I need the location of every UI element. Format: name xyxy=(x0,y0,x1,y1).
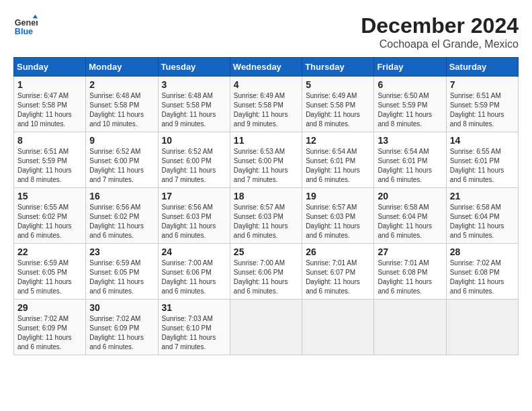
day-info: Sunrise: 7:02 AM Sunset: 6:08 PM Dayligh… xyxy=(450,259,515,296)
calendar-cell: 30Sunrise: 7:02 AM Sunset: 6:09 PM Dayli… xyxy=(86,300,158,355)
day-info: Sunrise: 6:52 AM Sunset: 6:00 PM Dayligh… xyxy=(162,147,226,185)
day-info: Sunrise: 6:53 AM Sunset: 6:00 PM Dayligh… xyxy=(234,147,298,185)
day-info: Sunrise: 6:54 AM Sunset: 6:01 PM Dayligh… xyxy=(306,147,370,185)
weekday-header-saturday: Saturday xyxy=(446,58,518,77)
calendar-cell: 2Sunrise: 6:48 AM Sunset: 5:58 PM Daylig… xyxy=(86,77,158,132)
logo-icon: General Blue xyxy=(13,13,38,38)
calendar-cell: 28Sunrise: 7:02 AM Sunset: 6:08 PM Dayli… xyxy=(446,244,518,300)
day-number: 22 xyxy=(17,246,82,257)
calendar-cell xyxy=(302,300,374,355)
day-number: 19 xyxy=(306,191,370,201)
calendar-cell: 10Sunrise: 6:52 AM Sunset: 6:00 PM Dayli… xyxy=(158,132,230,188)
day-number: 25 xyxy=(234,246,298,257)
day-number: 18 xyxy=(234,191,298,201)
calendar-cell: 25Sunrise: 7:00 AM Sunset: 6:06 PM Dayli… xyxy=(230,244,302,300)
calendar-week-2: 8Sunrise: 6:51 AM Sunset: 5:59 PM Daylig… xyxy=(14,132,519,188)
day-number: 13 xyxy=(378,135,442,146)
calendar-cell: 20Sunrise: 6:58 AM Sunset: 6:04 PM Dayli… xyxy=(374,188,446,244)
day-info: Sunrise: 7:00 AM Sunset: 6:06 PM Dayligh… xyxy=(234,259,298,296)
day-info: Sunrise: 7:02 AM Sunset: 6:09 PM Dayligh… xyxy=(17,314,82,352)
day-info: Sunrise: 6:48 AM Sunset: 5:58 PM Dayligh… xyxy=(89,91,154,129)
day-info: Sunrise: 6:51 AM Sunset: 5:59 PM Dayligh… xyxy=(17,147,82,185)
day-info: Sunrise: 6:49 AM Sunset: 5:58 PM Dayligh… xyxy=(234,91,298,129)
calendar-cell: 31Sunrise: 7:03 AM Sunset: 6:10 PM Dayli… xyxy=(158,300,230,355)
day-info: Sunrise: 6:50 AM Sunset: 5:59 PM Dayligh… xyxy=(378,91,442,129)
calendar-cell: 11Sunrise: 6:53 AM Sunset: 6:00 PM Dayli… xyxy=(230,132,302,188)
day-number: 31 xyxy=(162,302,226,313)
calendar-cell xyxy=(446,300,518,355)
day-info: Sunrise: 6:55 AM Sunset: 6:01 PM Dayligh… xyxy=(450,147,515,185)
day-number: 9 xyxy=(89,135,154,146)
calendar-cell: 27Sunrise: 7:01 AM Sunset: 6:08 PM Dayli… xyxy=(374,244,446,300)
day-info: Sunrise: 7:01 AM Sunset: 6:07 PM Dayligh… xyxy=(306,259,370,296)
calendar-cell: 22Sunrise: 6:59 AM Sunset: 6:05 PM Dayli… xyxy=(14,244,86,300)
day-info: Sunrise: 6:52 AM Sunset: 6:00 PM Dayligh… xyxy=(89,147,154,185)
calendar-cell: 29Sunrise: 7:02 AM Sunset: 6:09 PM Dayli… xyxy=(14,300,86,355)
calendar-cell: 13Sunrise: 6:54 AM Sunset: 6:01 PM Dayli… xyxy=(374,132,446,188)
calendar-cell: 1Sunrise: 6:47 AM Sunset: 5:58 PM Daylig… xyxy=(14,77,86,132)
weekday-header-wednesday: Wednesday xyxy=(230,58,302,77)
day-number: 21 xyxy=(450,191,515,201)
day-info: Sunrise: 6:56 AM Sunset: 6:03 PM Dayligh… xyxy=(162,203,226,240)
calendar-cell: 19Sunrise: 6:57 AM Sunset: 6:03 PM Dayli… xyxy=(302,188,374,244)
calendar-cell: 8Sunrise: 6:51 AM Sunset: 5:59 PM Daylig… xyxy=(14,132,86,188)
logo: General Blue xyxy=(13,13,38,38)
day-number: 20 xyxy=(378,191,442,201)
calendar-cell: 6Sunrise: 6:50 AM Sunset: 5:59 PM Daylig… xyxy=(374,77,446,132)
location-subtitle: Cochoapa el Grande, Mexico xyxy=(361,38,519,50)
day-info: Sunrise: 6:55 AM Sunset: 6:02 PM Dayligh… xyxy=(17,203,82,240)
calendar-table: SundayMondayTuesdayWednesdayThursdayFrid… xyxy=(13,57,519,355)
day-number: 14 xyxy=(450,135,515,146)
day-number: 27 xyxy=(378,246,442,257)
calendar-week-5: 29Sunrise: 7:02 AM Sunset: 6:09 PM Dayli… xyxy=(14,300,519,355)
day-number: 30 xyxy=(89,302,154,313)
day-number: 1 xyxy=(17,79,82,90)
calendar-header: SundayMondayTuesdayWednesdayThursdayFrid… xyxy=(14,58,519,77)
day-number: 6 xyxy=(378,79,442,90)
calendar-cell: 4Sunrise: 6:49 AM Sunset: 5:58 PM Daylig… xyxy=(230,77,302,132)
calendar-cell: 26Sunrise: 7:01 AM Sunset: 6:07 PM Dayli… xyxy=(302,244,374,300)
calendar-body: 1Sunrise: 6:47 AM Sunset: 5:58 PM Daylig… xyxy=(14,77,519,355)
day-number: 11 xyxy=(234,135,298,146)
calendar-cell: 14Sunrise: 6:55 AM Sunset: 6:01 PM Dayli… xyxy=(446,132,518,188)
day-info: Sunrise: 6:59 AM Sunset: 6:05 PM Dayligh… xyxy=(89,259,154,296)
day-info: Sunrise: 6:54 AM Sunset: 6:01 PM Dayligh… xyxy=(378,147,442,185)
day-info: Sunrise: 7:03 AM Sunset: 6:10 PM Dayligh… xyxy=(162,314,226,352)
weekday-header-tuesday: Tuesday xyxy=(158,58,230,77)
calendar-cell: 21Sunrise: 6:58 AM Sunset: 6:04 PM Dayli… xyxy=(446,188,518,244)
day-info: Sunrise: 6:57 AM Sunset: 6:03 PM Dayligh… xyxy=(234,203,298,240)
day-info: Sunrise: 6:56 AM Sunset: 6:02 PM Dayligh… xyxy=(89,203,154,240)
day-number: 16 xyxy=(89,191,154,201)
day-number: 3 xyxy=(162,79,226,90)
calendar-cell: 7Sunrise: 6:51 AM Sunset: 5:59 PM Daylig… xyxy=(446,77,518,132)
calendar-cell: 24Sunrise: 7:00 AM Sunset: 6:06 PM Dayli… xyxy=(158,244,230,300)
calendar-cell: 23Sunrise: 6:59 AM Sunset: 6:05 PM Dayli… xyxy=(86,244,158,300)
day-number: 15 xyxy=(17,191,82,201)
calendar-cell: 17Sunrise: 6:56 AM Sunset: 6:03 PM Dayli… xyxy=(158,188,230,244)
svg-marker-2 xyxy=(33,15,38,18)
weekday-header-thursday: Thursday xyxy=(302,58,374,77)
day-number: 24 xyxy=(162,246,226,257)
day-number: 5 xyxy=(306,79,370,90)
day-number: 7 xyxy=(450,79,515,90)
day-info: Sunrise: 6:49 AM Sunset: 5:58 PM Dayligh… xyxy=(306,91,370,129)
day-number: 17 xyxy=(162,191,226,201)
day-number: 10 xyxy=(162,135,226,146)
day-info: Sunrise: 6:58 AM Sunset: 6:04 PM Dayligh… xyxy=(378,203,442,240)
day-info: Sunrise: 6:48 AM Sunset: 5:58 PM Dayligh… xyxy=(162,91,226,129)
calendar-cell: 5Sunrise: 6:49 AM Sunset: 5:58 PM Daylig… xyxy=(302,77,374,132)
header: General Blue December 2024 Cochoapa el G… xyxy=(13,13,519,50)
calendar-week-4: 22Sunrise: 6:59 AM Sunset: 6:05 PM Dayli… xyxy=(14,244,519,300)
day-info: Sunrise: 7:00 AM Sunset: 6:06 PM Dayligh… xyxy=(162,259,226,296)
day-number: 23 xyxy=(89,246,154,257)
svg-text:Blue: Blue xyxy=(15,27,33,36)
calendar-cell: 18Sunrise: 6:57 AM Sunset: 6:03 PM Dayli… xyxy=(230,188,302,244)
day-info: Sunrise: 6:58 AM Sunset: 6:04 PM Dayligh… xyxy=(450,203,515,240)
calendar-cell: 15Sunrise: 6:55 AM Sunset: 6:02 PM Dayli… xyxy=(14,188,86,244)
weekday-header-friday: Friday xyxy=(374,58,446,77)
day-info: Sunrise: 6:51 AM Sunset: 5:59 PM Dayligh… xyxy=(450,91,515,129)
calendar-cell xyxy=(374,300,446,355)
day-info: Sunrise: 6:57 AM Sunset: 6:03 PM Dayligh… xyxy=(306,203,370,240)
weekday-header-sunday: Sunday xyxy=(14,58,86,77)
weekday-header-row: SundayMondayTuesdayWednesdayThursdayFrid… xyxy=(14,58,519,77)
